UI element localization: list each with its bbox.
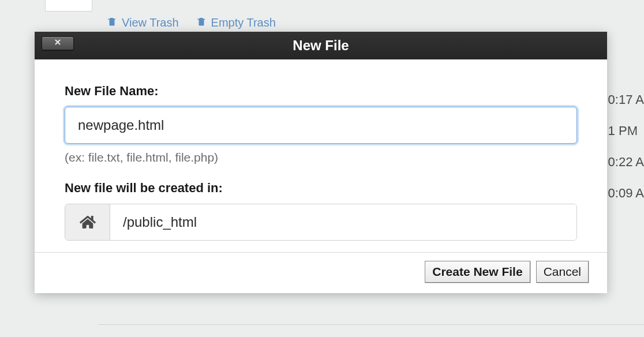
dialog-body: New File Name: (ex: file.txt, file.html,… bbox=[35, 59, 607, 252]
dialog-footer: Create New File Cancel bbox=[35, 252, 607, 293]
close-button[interactable] bbox=[42, 36, 74, 50]
path-label: New file will be created in: bbox=[65, 181, 577, 196]
bg-divider bbox=[98, 324, 644, 337]
view-trash-link[interactable]: View Trash bbox=[107, 16, 179, 29]
path-group: /public_html bbox=[65, 204, 577, 241]
filename-input[interactable] bbox=[65, 107, 577, 144]
bg-toolbar: View Trash Empty Trash bbox=[107, 16, 276, 29]
cancel-button[interactable]: Cancel bbox=[536, 261, 589, 283]
bg-panel bbox=[45, 0, 92, 12]
trash-icon bbox=[107, 16, 117, 29]
filename-hint: (ex: file.txt, file.html, file.php) bbox=[65, 151, 577, 164]
time-cell: 1 PM bbox=[606, 123, 644, 138]
path-value[interactable]: /public_html bbox=[110, 204, 576, 240]
trash-icon bbox=[196, 16, 207, 29]
new-file-dialog: New File New File Name: (ex: file.txt, f… bbox=[35, 32, 607, 293]
time-cell: 0:22 A bbox=[606, 155, 644, 170]
time-cell: 0:17 A bbox=[606, 92, 644, 107]
filename-label: New File Name: bbox=[65, 84, 577, 99]
dialog-header: New File bbox=[35, 32, 607, 59]
view-trash-label: View Trash bbox=[122, 16, 179, 29]
empty-trash-label: Empty Trash bbox=[211, 16, 276, 29]
create-new-file-button[interactable]: Create New File bbox=[425, 261, 530, 283]
empty-trash-link[interactable]: Empty Trash bbox=[196, 16, 276, 29]
dialog-title: New File bbox=[293, 38, 349, 54]
bg-times-column: 0:17 A 1 PM 0:22 A 0:09 A bbox=[606, 92, 644, 217]
close-icon bbox=[54, 38, 62, 48]
time-cell: 0:09 A bbox=[606, 186, 644, 201]
home-icon[interactable] bbox=[65, 204, 110, 240]
